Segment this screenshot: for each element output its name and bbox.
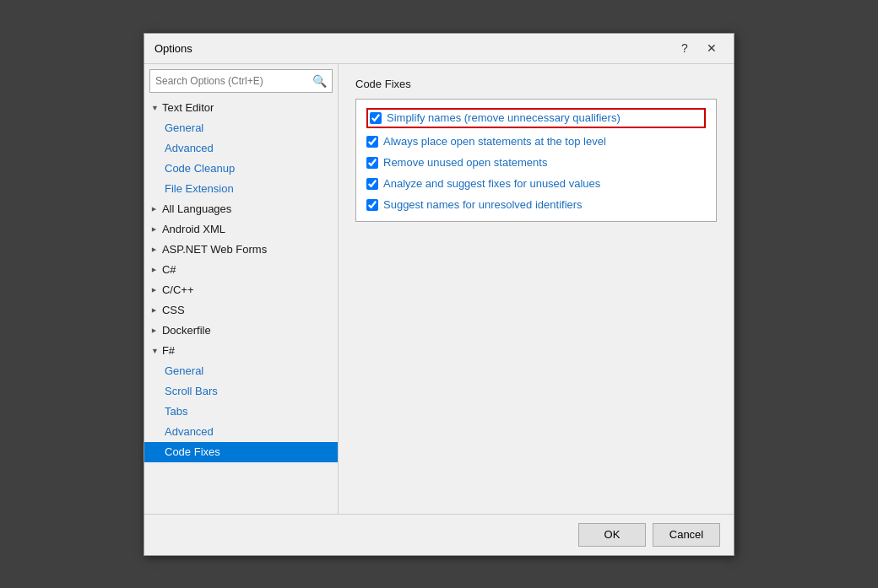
tree-item-aspnet[interactable]: ▼ ASP.NET Web Forms xyxy=(144,240,338,260)
search-input[interactable] xyxy=(155,75,312,87)
tree-item-cpp[interactable]: ▼ C/C++ xyxy=(144,280,338,300)
tree-label: File Extension xyxy=(165,182,234,195)
title-bar-left: Options xyxy=(154,42,192,55)
checkbox-label-always-place: Always place open statements at the top … xyxy=(383,135,606,149)
tree-label: General xyxy=(165,364,203,377)
expand-icon: ▼ xyxy=(149,266,158,273)
tree-label: Android XML xyxy=(162,223,225,235)
checkbox-row-highlighted: Simplify names (remove unnecessary quali… xyxy=(366,108,706,129)
tree-label: Scroll Bars xyxy=(165,385,218,397)
expand-icon: ▼ xyxy=(151,104,159,112)
tree-label: ASP.NET Web Forms xyxy=(162,243,267,256)
tree-item-fsharp[interactable]: ▼ F# xyxy=(144,341,338,361)
checkbox-always-place[interactable] xyxy=(366,136,378,148)
help-button[interactable]: ? xyxy=(673,38,696,58)
title-buttons: ? ✕ xyxy=(673,38,724,58)
checkbox-analyze[interactable] xyxy=(366,178,378,190)
checkbox-simplify-names[interactable] xyxy=(370,112,382,124)
tree-label: C/C++ xyxy=(162,283,194,296)
search-icon: 🔍 xyxy=(312,74,327,88)
checkbox-row-analyze: Analyze and suggest fixes for unused val… xyxy=(366,177,706,192)
section-title: Code Fixes xyxy=(355,78,717,90)
tree-item-text-editor[interactable]: ▼ Text Editor xyxy=(144,98,338,118)
right-panel: Code Fixes Simplify names (remove unnece… xyxy=(339,64,734,514)
expand-icon: ▼ xyxy=(149,306,158,314)
checkbox-label-analyze: Analyze and suggest fixes for unused val… xyxy=(383,177,600,192)
title-bar: Options ? ✕ xyxy=(144,34,734,64)
tree-label: Text Editor xyxy=(162,101,214,114)
expand-icon: ▼ xyxy=(151,347,159,355)
tree-label: Dockerfile xyxy=(162,324,211,337)
tree-item-android-xml[interactable]: ▼ Android XML xyxy=(144,219,338,240)
close-button[interactable]: ✕ xyxy=(700,38,724,58)
left-panel: 🔍 ▼ Text Editor General Advanced xyxy=(144,64,339,514)
expand-icon: ▼ xyxy=(149,245,158,253)
checkbox-label-remove-unused: Remove unused open statements xyxy=(383,156,547,170)
tree-item-code-cleanup[interactable]: Code Cleanup xyxy=(144,159,338,179)
tree-label: Tabs xyxy=(165,405,187,418)
tree-item-advanced[interactable]: Advanced xyxy=(144,138,338,159)
tree-label: Advanced xyxy=(165,142,214,154)
tree-item-fsharp-advanced[interactable]: Advanced xyxy=(144,422,338,442)
dialog-body: 🔍 ▼ Text Editor General Advanced xyxy=(144,64,734,555)
dialog-title: Options xyxy=(154,42,192,55)
expand-icon: ▼ xyxy=(149,286,158,294)
ok-button[interactable]: OK xyxy=(578,523,646,547)
checkbox-label-suggest-names: Suggest names for unresolved identifiers xyxy=(383,198,583,213)
tree-item-fsharp-general[interactable]: General xyxy=(144,361,338,381)
tree-label: All Languages xyxy=(162,202,231,215)
tree-label: CSS xyxy=(162,304,185,316)
tree-label: Code Cleanup xyxy=(165,162,235,175)
tree-item-css[interactable]: ▼ CSS xyxy=(144,300,338,321)
tree-label: General xyxy=(165,121,203,134)
expand-icon: ▼ xyxy=(149,225,158,233)
tree-label: Code Fixes xyxy=(165,445,220,458)
tree-container[interactable]: ▼ Text Editor General Advanced Code Clea… xyxy=(144,98,338,514)
checkbox-row-suggest-names: Suggest names for unresolved identifiers xyxy=(366,198,706,213)
checkbox-row-always-place: Always place open statements at the top … xyxy=(366,135,706,149)
dialog-footer: OK Cancel xyxy=(144,514,734,555)
tree-label: Advanced xyxy=(165,425,214,438)
cancel-button[interactable]: Cancel xyxy=(653,523,720,547)
tree-item-file-extension[interactable]: File Extension xyxy=(144,179,338,199)
checkbox-row-remove-unused: Remove unused open statements xyxy=(366,156,706,170)
tree-item-all-languages[interactable]: ▼ All Languages xyxy=(144,199,338,219)
expand-icon: ▼ xyxy=(149,326,158,334)
tree-label: F# xyxy=(162,344,175,357)
main-area: 🔍 ▼ Text Editor General Advanced xyxy=(144,64,734,514)
checkbox-label-simplify-names: Simplify names (remove unnecessary quali… xyxy=(387,111,621,126)
tree-item-general[interactable]: General xyxy=(144,118,338,138)
tree-item-csharp[interactable]: ▼ C# xyxy=(144,260,338,280)
checkbox-suggest-names[interactable] xyxy=(366,199,378,211)
code-fixes-box: Simplify names (remove unnecessary quali… xyxy=(355,99,717,222)
tree-item-dockerfile[interactable]: ▼ Dockerfile xyxy=(144,321,338,341)
tree-label: C# xyxy=(162,263,176,276)
options-dialog: Options ? ✕ 🔍 ▼ Text Editor xyxy=(144,33,734,556)
search-box[interactable]: 🔍 xyxy=(149,69,333,93)
expand-icon: ▼ xyxy=(149,205,158,213)
checkbox-remove-unused[interactable] xyxy=(366,157,378,169)
tree-item-fsharp-scrollbars[interactable]: Scroll Bars xyxy=(144,381,338,402)
tree-item-fsharp-codefixes[interactable]: Code Fixes xyxy=(144,442,338,462)
tree-item-fsharp-tabs[interactable]: Tabs xyxy=(144,402,338,422)
